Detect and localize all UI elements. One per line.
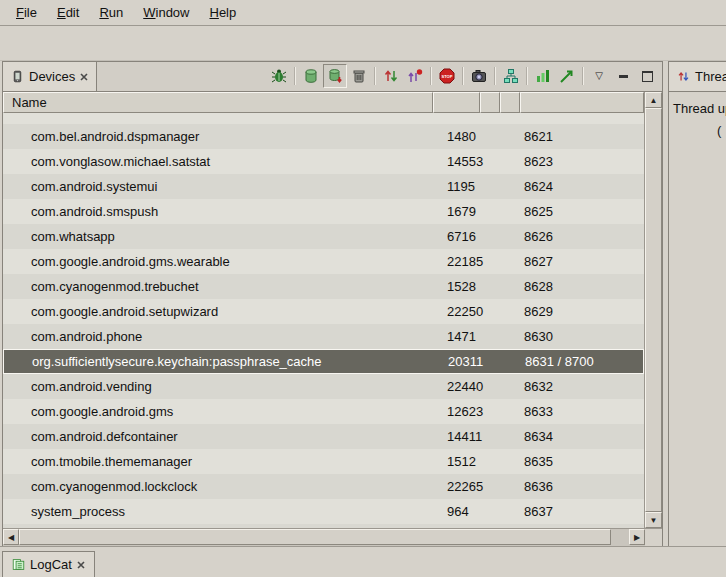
dump-hprof-icon [327, 68, 343, 84]
toolbar-separator [494, 67, 496, 85]
cell-name: com.vonglasow.michael.satstat [3, 154, 433, 169]
cell-name: com.google.android.gms.wearable [3, 254, 433, 269]
menubar: FileEditRunWindowHelp [0, 0, 726, 26]
logcat-icon [12, 558, 25, 571]
cell-port: 8635 [520, 454, 644, 469]
cell-port: 8636 [520, 479, 644, 494]
device-row[interactable]: com.android.defcontainer 14411 8634 [3, 424, 644, 449]
dump-hprof-button[interactable] [323, 64, 347, 88]
maximize-button[interactable] [635, 64, 659, 88]
cell-pid: 22250 [433, 304, 520, 319]
device-row[interactable]: com.cyanogenmod.trebuchet 1528 8628 [3, 274, 644, 299]
view-menu-button[interactable]: ▽ [587, 64, 611, 88]
cell-port: 8625 [520, 204, 644, 219]
cause-gc-button[interactable] [347, 64, 371, 88]
update-heap-icon [303, 68, 319, 84]
update-heap-button[interactable] [299, 64, 323, 88]
tab-threads[interactable]: Threads [669, 62, 726, 91]
menu-item-file[interactable]: File [6, 2, 47, 23]
scroll-up-button[interactable]: ▲ [645, 92, 662, 108]
stop-process-button[interactable]: STOP [435, 64, 459, 88]
threads-message-line2: ( [717, 120, 726, 142]
update-threads-button[interactable] [379, 64, 403, 88]
menu-item-window[interactable]: Window [133, 2, 199, 23]
scroll-down-button[interactable]: ▼ [645, 512, 662, 528]
cell-name: com.android.phone [3, 329, 433, 344]
scroll-left-button[interactable]: ◀ [3, 529, 19, 545]
vertical-scrollbar[interactable]: ▲ ▼ [644, 92, 662, 528]
minimize-button[interactable] [611, 64, 635, 88]
bottom-bar: LogCat [0, 546, 726, 577]
device-row[interactable]: org.sufficientlysecure.keychain:passphra… [3, 349, 644, 374]
menu-item-run[interactable]: Run [89, 2, 133, 23]
cell-name: com.cyanogenmod.lockclock [3, 479, 433, 494]
cell-name: com.google.android.gms [3, 404, 433, 419]
trace-button[interactable] [555, 64, 579, 88]
cell-port: 8633 [520, 404, 644, 419]
cell-name: com.android.systemui [3, 179, 433, 194]
device-row[interactable]: com.android.systemui 1195 8624 [3, 174, 644, 199]
scrolled-partial-row [3, 113, 644, 124]
toolbar-separator [430, 67, 432, 85]
column-header-empty2[interactable] [500, 92, 520, 113]
device-row[interactable]: com.google.android.setupwizard 22250 862… [3, 299, 644, 324]
horizontal-scrollbar-thumb[interactable] [19, 529, 611, 545]
device-row[interactable]: com.google.android.gms 12623 8633 [3, 399, 644, 424]
cell-port: 8629 [520, 304, 644, 319]
cell-name: com.google.android.setupwizard [3, 304, 433, 319]
cell-port: 8627 [520, 254, 644, 269]
dump-view-hierarchy-button[interactable] [499, 64, 523, 88]
tab-logcat[interactable]: LogCat [2, 551, 95, 577]
start-method-profiling-button[interactable] [403, 64, 427, 88]
svg-text:STOP: STOP [442, 74, 453, 79]
column-header-port[interactable] [520, 92, 644, 113]
threads-icon [677, 70, 690, 83]
cell-port: 8637 [520, 504, 644, 519]
vertical-scrollbar-thumb[interactable] [645, 108, 662, 512]
toolbar-separator [294, 67, 296, 85]
cell-port: 8621 [520, 129, 644, 144]
screen-capture-button[interactable] [467, 64, 491, 88]
cell-pid: 22185 [433, 254, 520, 269]
column-header-pid[interactable] [433, 92, 480, 113]
cell-port: 8626 [520, 229, 644, 244]
column-header-name[interactable]: Name [3, 92, 433, 113]
cell-pid: 1471 [433, 329, 520, 344]
toolbar-separator [462, 67, 464, 85]
menu-item-help[interactable]: Help [199, 2, 246, 23]
device-row[interactable]: com.bel.android.dspmanager 1480 8621 [3, 124, 644, 149]
sysinfo-button[interactable] [531, 64, 555, 88]
arrow-up-icon: ▲ [650, 96, 658, 105]
debug-bug-icon [271, 68, 287, 84]
horizontal-scrollbar-track[interactable] [19, 529, 629, 546]
tab-logcat-label: LogCat [30, 557, 72, 572]
arrow-left-icon: ◀ [8, 533, 14, 542]
device-row[interactable]: com.google.android.gms.wearable 22185 86… [3, 249, 644, 274]
tab-devices[interactable]: Devices [3, 62, 97, 91]
scroll-right-button[interactable]: ▶ [629, 529, 645, 545]
device-row[interactable]: com.vonglasow.michael.satstat 14553 8623 [3, 149, 644, 174]
cell-pid: 14411 [433, 429, 520, 444]
toolbar-separator [582, 67, 584, 85]
maximize-icon [642, 71, 653, 82]
menu-item-edit[interactable]: Edit [47, 2, 89, 23]
cell-pid: 14553 [433, 154, 520, 169]
device-row[interactable]: com.whatsapp 6716 8626 [3, 224, 644, 249]
device-row[interactable]: com.android.phone 1471 8630 [3, 324, 644, 349]
device-row[interactable]: system_process 964 8637 [3, 499, 644, 524]
horizontal-scrollbar[interactable]: ◀ ▶ [3, 528, 662, 546]
close-icon[interactable] [77, 561, 85, 569]
device-row[interactable]: com.tmobile.thememanager 1512 8635 [3, 449, 644, 474]
debug-process-button[interactable] [267, 64, 291, 88]
device-row[interactable]: com.cyanogenmod.lockclock 22265 8636 [3, 474, 644, 499]
device-row[interactable]: com.android.vending 22440 8632 [3, 374, 644, 399]
cell-pid: 964 [433, 504, 520, 519]
cell-name: com.cyanogenmod.trebuchet [3, 279, 433, 294]
column-header-empty1[interactable] [480, 92, 500, 113]
device-row[interactable]: com.android.smspush 1679 8625 [3, 199, 644, 224]
view-hierarchy-icon [503, 68, 519, 84]
threads-panel-header: Threads [669, 62, 726, 92]
ddms-window: FileEditRunWindowHelp Devices [0, 0, 726, 577]
arrow-down-icon: ▼ [650, 516, 658, 525]
close-icon[interactable] [80, 73, 88, 81]
